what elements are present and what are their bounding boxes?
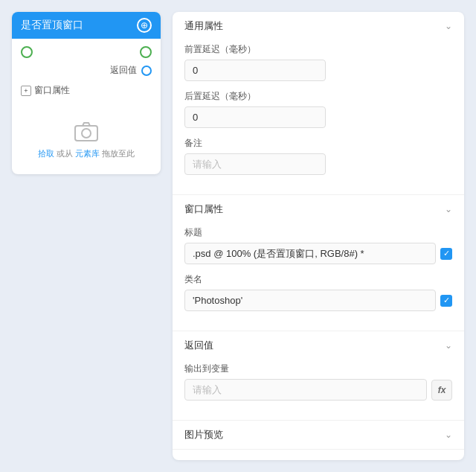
title-checkbox[interactable] (440, 248, 452, 260)
node-header: 是否置顶窗口 ⊕ (12, 12, 161, 39)
pick-label[interactable]: 拾取 (38, 149, 54, 158)
section-return-value: 返回值 ⌄ 输出到变量 fx (173, 331, 464, 421)
field-output-var: 输出到变量 fx (184, 363, 452, 401)
classname-input-wrap (184, 290, 452, 311)
section-image-preview: 图片预览 ⌄ (173, 421, 464, 450)
pre-delay-input[interactable] (184, 60, 326, 81)
title-label: 标题 (184, 226, 452, 239)
title-input[interactable] (184, 243, 436, 264)
title-input-wrap (184, 243, 452, 264)
section-general: 通用属性 ⌄ 前置延迟（毫秒） 后置延迟（毫秒） 备注 (173, 12, 464, 195)
classname-input[interactable] (184, 290, 436, 311)
section-image-preview-title: 图片预览 (184, 428, 223, 441)
camera-icon (73, 121, 100, 143)
comment-input[interactable] (184, 153, 326, 175)
comment-label: 备注 (184, 137, 452, 150)
chevron-down-icon-2: ⌄ (445, 204, 452, 214)
node-card: 是否置顶窗口 ⊕ 返回值 + 窗口属性 (12, 12, 161, 174)
section-window-props-body: 标题 类名 (173, 223, 464, 331)
node-body: 返回值 + 窗口属性 拾取 或从 元素库 (12, 39, 161, 174)
drop-area: 拾取 或从 元素库 拖放至此 (21, 109, 152, 167)
left-panel: 是否置顶窗口 ⊕ 返回值 + 窗口属性 (12, 12, 161, 460)
drag-label: 拖放至此 (102, 149, 135, 158)
input-port[interactable] (21, 46, 33, 58)
lib-label[interactable]: 元素库 (75, 149, 100, 158)
output-var-input-wrap: fx (184, 379, 452, 401)
output-port[interactable] (140, 46, 152, 58)
expand-icon[interactable]: + (21, 86, 31, 96)
field-pre-delay: 前置延迟（毫秒） (184, 43, 452, 81)
return-value-row: 返回值 (21, 64, 152, 77)
return-port[interactable] (141, 66, 152, 76)
section-window-props-header[interactable]: 窗口属性 ⌄ (173, 195, 464, 223)
section-general-title: 通用属性 (184, 19, 223, 33)
window-props-label: 窗口属性 (34, 84, 70, 97)
field-classname: 类名 (184, 273, 452, 311)
drop-hint-text: 拾取 或从 元素库 拖放至此 (38, 147, 135, 161)
section-return-value-title: 返回值 (184, 339, 213, 352)
output-var-label: 输出到变量 (184, 363, 452, 375)
section-general-header[interactable]: 通用属性 ⌄ (173, 12, 464, 40)
node-ports (21, 46, 152, 58)
section-return-value-header[interactable]: 返回值 ⌄ (173, 331, 464, 360)
node-title: 是否置顶窗口 (21, 19, 137, 32)
section-window-props-title: 窗口属性 (184, 202, 223, 216)
right-panel: 通用属性 ⌄ 前置延迟（毫秒） 后置延迟（毫秒） 备注 窗口属性 ⌄ (173, 12, 464, 460)
post-delay-label: 后置延迟（毫秒） (184, 90, 452, 103)
chevron-down-icon-3: ⌄ (445, 340, 452, 351)
window-props-row: + 窗口属性 (21, 84, 152, 97)
pre-delay-label: 前置延迟（毫秒） (184, 43, 452, 56)
chevron-down-icon-4: ⌄ (445, 430, 452, 440)
classname-checkbox[interactable] (440, 295, 452, 307)
post-delay-input[interactable] (184, 106, 326, 128)
chevron-down-icon: ⌄ (445, 21, 452, 31)
field-title: 标题 (184, 226, 452, 264)
or-label: 或从 (57, 149, 73, 158)
section-image-preview-header[interactable]: 图片预览 ⌄ (173, 421, 464, 449)
section-return-value-body: 输出到变量 fx (173, 360, 464, 420)
field-post-delay: 后置延迟（毫秒） (184, 90, 452, 128)
svg-point-1 (82, 129, 91, 138)
output-var-input[interactable] (184, 379, 427, 401)
section-general-body: 前置延迟（毫秒） 后置延迟（毫秒） 备注 (173, 40, 464, 194)
classname-label: 类名 (184, 273, 452, 286)
add-icon[interactable]: ⊕ (137, 18, 152, 33)
field-comment: 备注 (184, 137, 452, 175)
fx-button[interactable]: fx (431, 380, 452, 401)
section-window-props: 窗口属性 ⌄ 标题 类名 (173, 195, 464, 331)
return-value-label: 返回值 (110, 64, 137, 77)
